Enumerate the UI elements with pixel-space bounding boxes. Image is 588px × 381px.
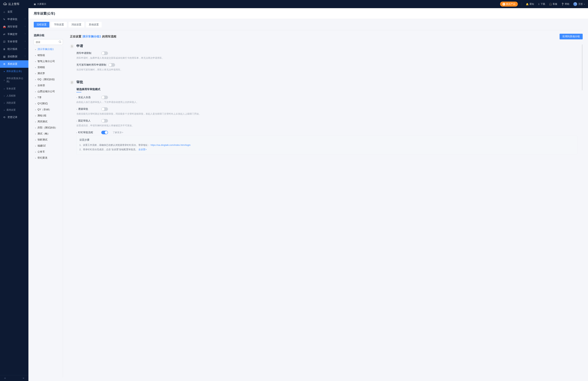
group-item-1[interactable]: ▸销售组 [34, 52, 62, 58]
dingtalk-toggle[interactable] [101, 131, 108, 134]
group-item-9[interactable]: ▸QY(测试) [34, 101, 62, 107]
group-item-12[interactable]: ▸周穷测试 [34, 119, 62, 125]
field-apply-limit: 用车申请限制 [76, 51, 577, 55]
group-label: 世纪黄龙 [38, 156, 47, 159]
group-item-11[interactable]: ▸测绘1组 [34, 113, 62, 119]
field-no-car-limit: 无可派车辆时用车申请限制 [76, 63, 577, 67]
chevron-down-icon: ˅ [25, 56, 26, 58]
sidebar-item-5[interactable]: 🗎统计报表˅ [0, 45, 28, 53]
fixed-toggle[interactable] [101, 119, 108, 123]
group-item-7[interactable]: ▸山西运城分公司 [34, 89, 62, 95]
step-line-1: 1、设置工作流前，请确保已在默认浏览器登录钉钉后台。登录地址： https://… [79, 143, 574, 147]
top-header: 云上管车 ▣ 大屏展示 ¥ 购买产品 🔔 通知 ⇩ 下载 🎧 客服 ❔ 帮助 [0, 0, 588, 8]
group-item-10[interactable]: ▸QY（非dd） [34, 107, 62, 113]
learn-more-link[interactable]: 了解更多> [113, 131, 123, 134]
nav-label: 统计报表 [7, 48, 17, 51]
sidebar-item-3[interactable]: ⇄车辆监管˅ [0, 31, 28, 38]
stepwise-toggle[interactable] [101, 107, 108, 111]
go-settings-link[interactable]: 去设置> [138, 148, 147, 151]
service-link[interactable]: 🎧 客服 [549, 2, 557, 6]
bullet-icon: ▸ [4, 70, 5, 73]
dingtalk-login-link[interactable]: https://oa.dingtalk.com/index.htm#login [151, 144, 191, 146]
caret-right-icon: ▸ [35, 151, 36, 153]
group-item-5[interactable]: ▸GQ（测试勿动) [34, 76, 62, 82]
no-car-limit-toggle[interactable] [108, 63, 115, 67]
nav-icon: ⌂ [3, 10, 6, 13]
sidebar-sub-item-1[interactable]: ▸用车设置(私车公用) [0, 75, 28, 85]
sidebar-footer: ≡ ≡ [0, 375, 28, 381]
sidebar-item-6[interactable]: ▥基础数据˅ [0, 53, 28, 60]
sidebar-sub-item-5[interactable]: ▸通用设置 [0, 106, 28, 114]
group-label: 测绘1组 [38, 114, 46, 117]
sidebar-sub-item-4[interactable]: ▸消息设置 [0, 99, 28, 106]
group-item-15[interactable]: ▸张昕测试 [34, 137, 62, 143]
group-label: 测试李 [38, 72, 45, 75]
steps-title: 设置步骤 [79, 138, 574, 142]
group-item-16[interactable]: ▸福建DZ [34, 143, 62, 149]
caret-right-icon: ▸ [35, 55, 36, 57]
apply-limit-desc: 用车申请时，如果申请人有未提交回车或未结束打卡的用车单，将无法再次申请用车。 [76, 57, 577, 60]
group-item-14[interactable]: ▸测试（鲍） [34, 131, 62, 137]
big-screen-link[interactable]: ▣ 大屏展示 [34, 2, 46, 6]
group-item-17[interactable]: ▸公务车 [34, 149, 62, 155]
initiator-toggle[interactable] [101, 95, 108, 99]
apply-to-other-button[interactable]: 应用到其他分组 [560, 34, 583, 39]
caret-right-icon: ▸ [35, 48, 36, 50]
app-logo[interactable]: 云上管车 [3, 2, 20, 6]
group-item-8[interactable]: ▸T李 [34, 95, 62, 101]
sidebar-item-2[interactable]: 🚘用车管理˅ [0, 23, 28, 31]
apply-limit-label: 用车申请限制 [76, 52, 101, 55]
flow-panel: 正在设置 演示车辆分组1 的用车流程 应用到其他分组 1 申请 [66, 34, 583, 378]
group-item-13[interactable]: ▸庆阳（测试勿动） [34, 125, 62, 131]
user-menu[interactable]: 王哲 ▾ [573, 2, 585, 6]
help-label: 帮助 [565, 2, 569, 6]
help-link[interactable]: ❔ 帮助 [561, 2, 569, 6]
sidebar-change-log[interactable]: ⟲ 变更记录 [0, 114, 28, 121]
nav-label: 车辆监管 [7, 33, 17, 36]
no-car-limit-desc: 当没有可派车辆时，用车人将无法申请用车。 [76, 68, 577, 71]
avatar [573, 2, 577, 6]
sidebar-item-0[interactable]: ⌂首页 [0, 8, 28, 16]
bullet-icon: ▸ [4, 88, 5, 90]
sidebar-sub-item-2[interactable]: ▸车务设置 [0, 85, 28, 92]
dingtalk-label: 钉钉审批流程 [76, 131, 101, 134]
group-item-0[interactable]: ▸演示车辆分组1 [34, 46, 62, 52]
apply-limit-toggle[interactable] [101, 51, 108, 55]
field-initiator: 发起人自选 [76, 95, 577, 99]
group-label: 庆阳（测试勿动） [38, 126, 57, 129]
tab-3[interactable]: 其他设置 [86, 22, 102, 27]
buy-product-button[interactable]: ¥ 购买产品 [500, 1, 518, 7]
group-panel-title: 选择分组 [34, 34, 63, 37]
caret-right-icon: ▸ [35, 139, 36, 141]
group-item-18[interactable]: ▸世纪黄龙 [34, 155, 62, 161]
nav-label: 首页 [7, 10, 12, 14]
tab-2[interactable]: 消息设置 [69, 22, 84, 27]
step-line-2: 2、登录钉钉后台完成后，点击"去设置"按钮配置审批流。 去设置> [79, 147, 574, 152]
no-car-limit-label: 无可派车辆时用车申请限制 [76, 63, 108, 67]
sidebar-item-7[interactable]: ⚙系统设置˄ [0, 60, 28, 68]
caret-right-icon: ▸ [35, 85, 36, 87]
step1-text: 1、设置工作流前，请确保已在默认浏览器登录钉钉后台。登录地址： [79, 144, 150, 146]
collapse-left-icon[interactable]: ≡ [4, 377, 6, 380]
sidebar: ⌂首页✎申请审批˅🚘用车管理˅⇄车辆监管˅☑车务管理˅🗎统计报表˅▥基础数据˅⚙… [0, 8, 28, 381]
sidebar-item-1[interactable]: ✎申请审批˅ [0, 16, 28, 23]
group-item-3[interactable]: ▸营销组 [34, 64, 62, 70]
section-apply-title: 申请 [76, 44, 577, 48]
collapse-right-icon[interactable]: ≡ [23, 377, 24, 380]
notify-link[interactable]: 🔔 通知 [526, 2, 534, 6]
download-link[interactable]: ⇩ 下载 [538, 2, 545, 6]
sidebar-sub-item-0[interactable]: ▸用车设置(公车) [0, 68, 28, 75]
tab-1[interactable]: 字段设置 [51, 22, 67, 27]
group-label: 销售组 [38, 54, 45, 57]
group-item-6[interactable]: ▸业务部 [34, 82, 62, 89]
step2-text: 2、登录钉钉后台完成后，点击"去设置"按钮配置审批流。 [79, 148, 138, 151]
page-title: 用车设置(公车) [28, 8, 588, 19]
group-item-2[interactable]: ▸智驾上海分公司 [34, 58, 62, 64]
sidebar-sub-item-3[interactable]: ▸人员权限 [0, 92, 28, 99]
nav-icon: ⚙ [3, 63, 6, 65]
divider [522, 2, 522, 6]
group-item-4[interactable]: ▸测试李 [34, 70, 62, 76]
tab-0[interactable]: 流程设置 [34, 22, 49, 27]
sidebar-item-4[interactable]: ☑车务管理˅ [0, 38, 28, 45]
scrollbar[interactable] [582, 44, 583, 91]
